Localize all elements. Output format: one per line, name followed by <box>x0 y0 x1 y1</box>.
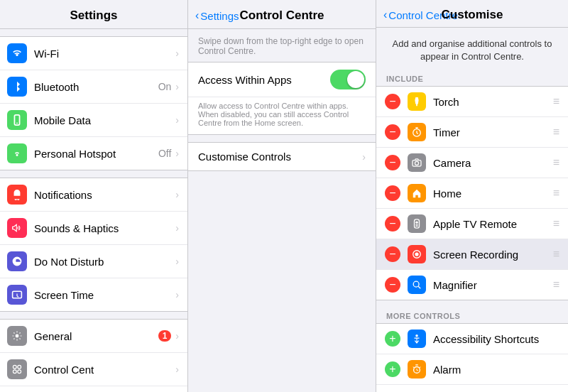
timer-label: Timer <box>433 126 553 138</box>
control-centre-header: ‹ Settings Control Centre <box>188 0 376 29</box>
include-item-screenrec[interactable]: − Screen Recording ≡ <box>376 239 568 270</box>
control-centre-hint: Swipe down from the top-right edge to op… <box>188 29 376 62</box>
general-icon <box>7 326 27 346</box>
customise-panel: ‹ Control Centre Customise Add and organ… <box>376 0 568 392</box>
settings-item-wifi[interactable]: Wi-Fi › <box>0 37 187 70</box>
control-centre-back-button[interactable]: ‹ Settings <box>195 9 239 22</box>
include-item-home[interactable]: − Home ≡ <box>376 178 568 209</box>
customise-controls-chevron: › <box>362 151 366 163</box>
settings-item-bluetooth[interactable]: Bluetooth On › <box>0 70 187 104</box>
controlcent-label: Control Cent <box>34 364 175 376</box>
customise-description: Add and organise additional controls to … <box>376 28 568 70</box>
back-chevron-icon: ‹ <box>195 9 199 22</box>
torch-icon <box>408 92 426 111</box>
customise-title: Customise <box>442 8 503 22</box>
remove-magnifier-button[interactable]: − <box>385 277 400 293</box>
screenrec-label: Screen Recording <box>433 249 553 261</box>
magnifier-drag-handle[interactable]: ≡ <box>553 278 559 291</box>
include-section-header: INCLUDE <box>376 70 568 86</box>
general-chevron: › <box>175 330 179 342</box>
remove-camera-button[interactable]: − <box>385 155 400 170</box>
settings-item-display[interactable]: Display & Brightness › <box>0 386 187 392</box>
hotspot-value: Off <box>158 148 171 159</box>
add-accessibility-button[interactable]: + <box>385 331 400 347</box>
more-item-accessibility[interactable]: + Accessibility Shortcuts <box>376 324 568 354</box>
control-centre-title: Control Centre <box>240 9 324 23</box>
sounds-icon <box>7 218 27 238</box>
camera-label: Camera <box>433 157 553 169</box>
svg-point-23 <box>415 334 418 337</box>
hotspot-icon <box>7 143 27 163</box>
access-within-apps-section: Access Within Apps Allow access to Contr… <box>188 62 376 135</box>
appletv-label: Apple TV Remote <box>433 218 553 230</box>
svg-point-22 <box>413 282 419 288</box>
bluetooth-value: On <box>158 81 172 92</box>
svg-point-6 <box>13 370 16 374</box>
svg-point-7 <box>18 370 21 374</box>
bluetooth-label: Bluetooth <box>34 81 158 93</box>
remove-timer-button[interactable]: − <box>385 124 400 140</box>
controlcenter-icon <box>7 359 27 379</box>
dnd-icon <box>7 251 27 271</box>
settings-item-sounds[interactable]: Sounds & Haptics › <box>0 212 187 245</box>
notifications-icon <box>7 185 27 205</box>
remove-appletv-button[interactable]: − <box>385 216 400 232</box>
svg-point-5 <box>18 365 21 369</box>
appletv-icon <box>408 214 426 233</box>
torch-label: Torch <box>433 96 553 108</box>
include-item-magnifier[interactable]: − Magnifier ≡ <box>376 270 568 300</box>
dnd-label: Do Not Disturb <box>34 256 175 268</box>
screentime-icon <box>7 285 27 305</box>
settings-group-general: General 1 › Control Cent › Display & Bri… <box>0 319 187 392</box>
wifi-icon <box>7 43 27 63</box>
home-drag-handle[interactable]: ≡ <box>553 187 559 200</box>
wifi-chevron: › <box>175 48 179 59</box>
remove-screenrec-button[interactable]: − <box>385 246 400 262</box>
screenrec-drag-handle[interactable]: ≡ <box>553 248 559 261</box>
timer-drag-handle[interactable]: ≡ <box>553 126 559 138</box>
settings-item-screentime[interactable]: Screen Time › <box>0 278 187 311</box>
access-within-apps-toggle[interactable] <box>330 70 366 89</box>
hotspot-label: Personal Hotspot <box>34 148 158 160</box>
svg-point-21 <box>415 253 418 256</box>
include-item-timer[interactable]: − Timer ≡ <box>376 117 568 148</box>
sounds-label: Sounds & Haptics <box>34 222 175 234</box>
camera-drag-handle[interactable]: ≡ <box>553 156 559 169</box>
general-label: General <box>34 330 158 342</box>
settings-item-hotspot[interactable]: Personal Hotspot Off › <box>0 137 187 170</box>
include-item-appletv[interactable]: − Apple TV Remote ≡ <box>376 209 568 239</box>
access-within-apps-row[interactable]: Access Within Apps <box>188 62 376 97</box>
more-item-drivingdnd[interactable]: + Do Not Disturb While Driving <box>376 385 568 392</box>
svg-rect-19 <box>415 226 418 227</box>
settings-item-general[interactable]: General 1 › <box>0 320 187 353</box>
screentime-label: Screen Time <box>34 289 175 301</box>
customise-header: ‹ Control Centre Customise <box>376 0 568 28</box>
settings-item-dnd[interactable]: Do Not Disturb › <box>0 245 187 278</box>
add-alarm-button[interactable]: + <box>385 361 400 377</box>
svg-rect-18 <box>415 224 418 225</box>
customise-controls-row[interactable]: Customise Controls › <box>188 142 376 171</box>
settings-panel-title: Settings <box>0 0 187 29</box>
camera-icon <box>408 153 426 172</box>
more-item-alarm[interactable]: + Alarm <box>376 354 568 385</box>
appletv-drag-handle[interactable]: ≡ <box>553 217 559 230</box>
wifi-label: Wi-Fi <box>34 48 175 60</box>
include-item-torch[interactable]: − Torch ≡ <box>376 87 568 117</box>
torch-drag-handle[interactable]: ≡ <box>553 95 559 108</box>
settings-item-mobile[interactable]: Mobile Data › <box>0 104 187 137</box>
general-badge: 1 <box>158 330 172 342</box>
remove-torch-button[interactable]: − <box>385 94 400 109</box>
settings-item-notifications[interactable]: Notifications › <box>0 178 187 212</box>
screentime-chevron: › <box>175 289 179 300</box>
hotspot-chevron: › <box>175 148 179 159</box>
timer-icon <box>408 123 426 141</box>
customise-controls-label: Customise Controls <box>198 151 362 163</box>
magnifier-label: Magnifier <box>433 279 553 291</box>
svg-point-1 <box>16 123 18 124</box>
settings-item-controlcent[interactable]: Control Cent › <box>0 353 187 386</box>
control-centre-panel: ‹ Settings Control Centre Swipe down fro… <box>188 0 376 392</box>
customise-back-chevron-icon: ‹ <box>383 9 387 21</box>
remove-home-button[interactable]: − <box>385 185 400 201</box>
include-item-camera[interactable]: − Camera ≡ <box>376 148 568 178</box>
sounds-chevron: › <box>175 222 179 234</box>
